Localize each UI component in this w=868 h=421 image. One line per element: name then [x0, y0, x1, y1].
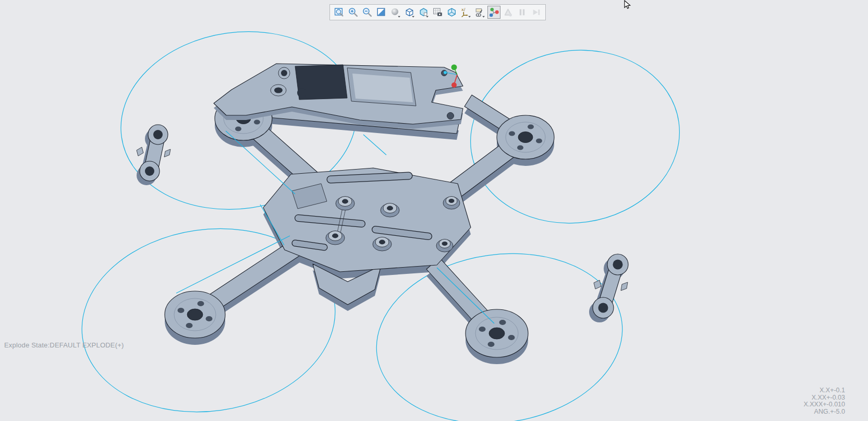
- drone-frame-part[interactable]: [165, 83, 554, 364]
- step-forward-icon: [531, 7, 542, 18]
- repaint-button[interactable]: [375, 6, 388, 19]
- zoom-fit-button[interactable]: [333, 6, 346, 19]
- annotation-display-icon: [474, 7, 485, 18]
- appearance-icon: [418, 7, 429, 18]
- handle-cyan-dot[interactable]: [444, 71, 447, 74]
- zoom-in-icon: [348, 7, 359, 18]
- step-forward-button: [530, 6, 543, 19]
- simulate-icon: [503, 7, 514, 18]
- explode-icon: [488, 7, 499, 18]
- tolerance-line: ANG.+-5.0: [803, 408, 845, 416]
- prop-circle-top-right[interactable]: [459, 37, 691, 237]
- shading-icon: [390, 7, 401, 18]
- pause-icon: [517, 7, 528, 18]
- 3d-viewport[interactable]: [0, 0, 868, 421]
- datum-display-button[interactable]: x/: [459, 6, 472, 19]
- tolerance-block: X.X+-0.1 X.XX+-0.03 X.XXX+-0.010 ANG.+-5…: [803, 387, 845, 415]
- zoom-out-icon: [362, 7, 373, 18]
- snapshot-icon: [432, 7, 443, 18]
- dogbone-bracket-left[interactable]: [137, 125, 170, 185]
- motor-mount-bottom-left[interactable]: [165, 291, 225, 338]
- motor-mount-top-right[interactable]: [497, 115, 554, 159]
- zoom-fit-icon: [334, 7, 345, 18]
- handle-red-ball[interactable]: [451, 82, 457, 88]
- handle-green-ball[interactable]: [451, 65, 457, 70]
- tolerance-line: X.X+-0.1: [803, 387, 845, 394]
- datum-display-icon: x/: [460, 7, 471, 18]
- tolerance-line: X.XXX+-0.010: [803, 401, 845, 408]
- mouse-cursor: [625, 1, 630, 8]
- motor-mount-bottom-right[interactable]: [466, 309, 528, 357]
- display-style-button[interactable]: [403, 6, 416, 19]
- graphics-area[interactable]: x/ Explode State:DEFAULT EXPLODE(+) X.X+…: [0, 0, 868, 421]
- simulate-button: [502, 6, 515, 19]
- appearance-button[interactable]: [417, 6, 430, 19]
- snapshot-button[interactable]: [431, 6, 444, 19]
- tolerance-line: X.XX+-0.03: [803, 394, 845, 402]
- pause-button: [516, 6, 529, 19]
- view-cube-icon: [446, 7, 457, 18]
- display-style-icon: [404, 7, 415, 18]
- graphics-toolbar: x/: [329, 4, 546, 20]
- zoom-out-button[interactable]: [361, 6, 374, 19]
- repaint-icon: [376, 7, 387, 18]
- dogbone-bracket-right[interactable]: [589, 254, 628, 322]
- zoom-in-button[interactable]: [347, 6, 360, 19]
- explode-button[interactable]: [487, 6, 500, 19]
- view-cube-button[interactable]: [445, 6, 458, 19]
- explode-state-label: Explode State:DEFAULT EXPLODE(+): [4, 341, 124, 349]
- shading-button[interactable]: [389, 6, 402, 19]
- svg-text:x/: x/: [461, 7, 466, 12]
- annotation-display-button[interactable]: [473, 6, 486, 19]
